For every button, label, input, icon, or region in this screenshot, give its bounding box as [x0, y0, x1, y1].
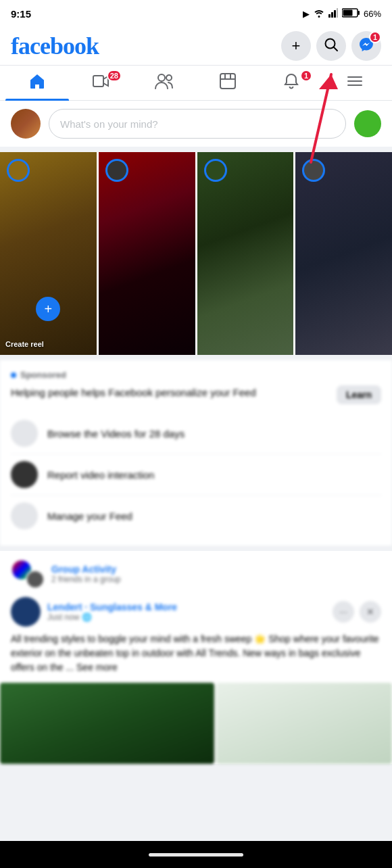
video-badge: 28: [107, 70, 122, 82]
header-actions: + 1: [281, 31, 381, 61]
promo-button[interactable]: Learn: [337, 385, 381, 404]
post-close-btn[interactable]: ✕: [360, 601, 381, 623]
svg-rect-5: [358, 11, 360, 15]
tab-video[interactable]: 28: [69, 66, 132, 101]
reel-item-2[interactable]: [197, 152, 294, 355]
post-sub-info: 2 friends in a group: [51, 575, 381, 584]
svg-point-11: [166, 75, 172, 80]
reel-avatar-1: [105, 159, 128, 182]
globe-icon: 🌐: [82, 612, 92, 622]
reel-item-0[interactable]: + Create reel: [0, 152, 97, 355]
promo-menu-items: Browse the Videos for 28 days Report vid…: [11, 413, 381, 536]
add-button[interactable]: +: [281, 31, 311, 61]
status-input[interactable]: What's on your mind?: [49, 109, 346, 139]
status-icons: ▶: [303, 8, 381, 20]
menu-item-icon-2: [11, 502, 38, 529]
svg-rect-9: [93, 76, 103, 87]
search-icon: [324, 37, 339, 55]
menu-item-text-0: Browse the Videos for 28 days: [47, 428, 185, 439]
youtube-icon: ▶: [303, 9, 310, 19]
product-image-right: [216, 683, 392, 764]
facebook-logo: facebook: [11, 32, 99, 60]
online-dot: [354, 110, 381, 137]
post-page-info: Group Activity 2 friends in a group: [51, 564, 381, 584]
label-dot: [11, 372, 16, 378]
svg-rect-12: [220, 74, 235, 89]
svg-rect-2: [334, 10, 336, 18]
section-label: Sponsored: [11, 370, 381, 380]
home-icon: [28, 72, 46, 94]
svg-rect-1: [331, 12, 333, 18]
post-avatars: [11, 559, 45, 589]
reel-item-1[interactable]: [99, 152, 195, 355]
phone-screen: 9:15 ▶: [0, 0, 392, 868]
tab-friends[interactable]: [132, 66, 196, 101]
status-bar: 9:15 ▶: [0, 0, 392, 27]
post-section: Group Activity 2 friends in a group Lend…: [0, 551, 392, 764]
marketplace-icon: [219, 72, 237, 94]
tab-home[interactable]: [5, 66, 69, 101]
tab-marketplace[interactable]: [196, 66, 260, 101]
post-main-content: Lendert · Sunglasses & More Just now 🌐 ·…: [0, 597, 392, 683]
wifi-icon: [314, 8, 324, 20]
svg-rect-3: [337, 8, 338, 18]
search-button[interactable]: [316, 31, 346, 61]
section-label-text: Sponsored: [20, 370, 66, 380]
menu-item-icon-1: [11, 461, 38, 488]
create-reel-btn[interactable]: +: [36, 297, 60, 321]
post-product-images: [0, 683, 392, 764]
promo-text: Helping people helps Facebook personaliz…: [11, 385, 330, 400]
messenger-button[interactable]: 1: [351, 31, 381, 61]
battery-percent: 66%: [364, 9, 381, 19]
reel-avatar-2: [204, 159, 227, 182]
promo-section: Sponsored Helping people helps Facebook …: [0, 360, 392, 546]
post-page-name: Group Activity: [51, 564, 381, 575]
post-avatar-sub: [26, 570, 45, 589]
product-image-left: [0, 683, 214, 764]
home-indicator: [149, 853, 243, 857]
post-body-text: All trending styles to boggle your mind …: [11, 632, 381, 675]
menu-item-2[interactable]: Manage your Feed: [11, 496, 381, 536]
messenger-badge: 1: [369, 31, 381, 43]
reel-item-3[interactable]: [295, 152, 392, 355]
menu-item-text-2: Manage your Feed: [47, 510, 132, 522]
story-section: What's on your mind?: [0, 101, 392, 147]
post-header: Group Activity 2 friends in a group: [0, 551, 392, 597]
reels-strip: + Create reel: [0, 152, 392, 355]
post-date: Just now 🌐: [47, 612, 326, 622]
reel-label-0: Create reel: [5, 340, 91, 348]
reel-avatar-0: [7, 159, 30, 182]
menu-item-0[interactable]: Browse the Videos for 28 days: [11, 413, 381, 454]
plus-icon: +: [292, 37, 301, 55]
post-author-info: Lendert · Sunglasses & More Just now 🌐: [47, 602, 326, 622]
post-author-row: Lendert · Sunglasses & More Just now 🌐 ·…: [11, 597, 381, 627]
menu-item-icon-0: [11, 420, 38, 447]
post-author-avatar: [11, 597, 41, 627]
menu-item-text-1: Report video interaction: [47, 469, 154, 481]
svg-rect-6: [343, 9, 352, 16]
signal-icon: [328, 8, 338, 20]
user-avatar: [11, 109, 41, 139]
menu-icon: [346, 72, 364, 94]
svg-rect-0: [328, 14, 330, 18]
post-more-btn[interactable]: ···: [333, 601, 354, 623]
svg-point-10: [158, 74, 165, 81]
navigation-tabs: 28: [0, 66, 392, 101]
notifications-badge: 1: [300, 70, 312, 82]
notifications-icon: [283, 72, 300, 94]
reel-avatar-3: [302, 159, 325, 182]
battery-icon: [342, 8, 360, 20]
menu-item-1[interactable]: Report video interaction: [11, 454, 381, 496]
tab-notifications[interactable]: 1: [260, 66, 323, 101]
friends-icon: [155, 72, 174, 94]
post-author-name: Lendert · Sunglasses & More: [47, 602, 326, 612]
bottom-bar: [0, 841, 392, 868]
tab-menu[interactable]: [323, 66, 387, 101]
post-date-text: Just now: [47, 612, 79, 622]
app-header: facebook + 1: [0, 27, 392, 66]
status-time: 9:15: [11, 8, 31, 20]
post-actions: ··· ✕: [333, 601, 381, 623]
status-placeholder: What's on your mind?: [60, 118, 158, 130]
svg-line-8: [334, 47, 338, 51]
